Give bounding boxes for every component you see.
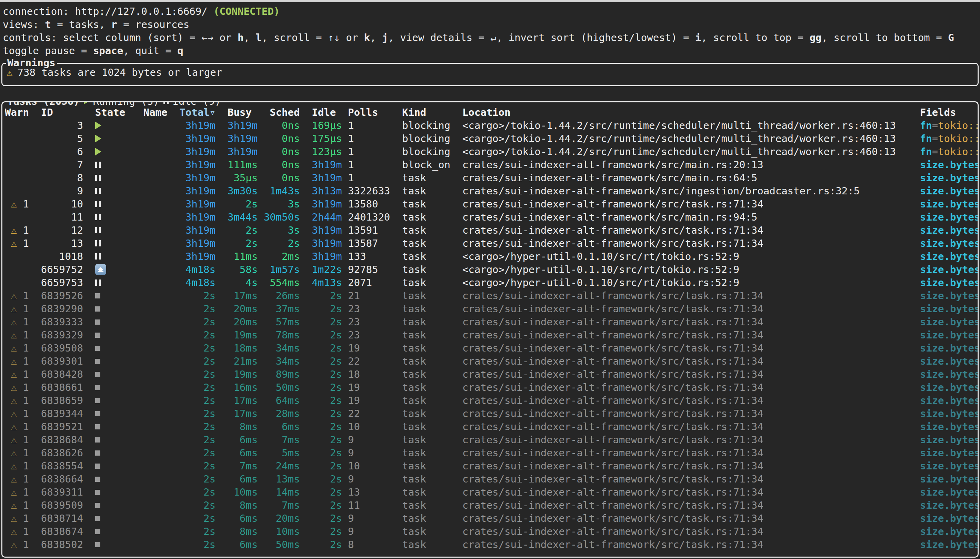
help-text-segment: , (370, 32, 382, 43)
task-row[interactable]: ⚠ 168386612s16ms50ms2s19taskcrates/sui-i… (5, 381, 978, 394)
task-row[interactable]: 83h19m35µs0ns3h19m1taskcrates/sui-indexe… (5, 171, 978, 184)
total-duration: 2s (174, 407, 215, 420)
field-value: tokio::r (938, 146, 978, 157)
task-row[interactable]: ⚠ 168393442s17ms28ms2s22taskcrates/sui-i… (5, 407, 978, 420)
task-id: 12 (41, 224, 83, 237)
task-row[interactable]: 113h19m3m44s30m50s2h44m2401320taskcrates… (5, 210, 978, 224)
idle-duration: 2s (300, 433, 342, 446)
header-kind[interactable]: Kind (402, 106, 462, 119)
task-fields: size.bytes= (920, 433, 978, 446)
task-row[interactable]: ⚠ 168386262s6ms5ms2s9taskcrates/sui-inde… (5, 446, 978, 460)
running-count-label: Running (3) (93, 101, 159, 108)
busy-duration: 17ms (215, 407, 258, 420)
task-kind: task (402, 381, 462, 394)
task-row[interactable]: 66597534m18s4s554ms4m13s2071task<cargo>/… (5, 276, 978, 289)
state-cell (95, 224, 144, 237)
idle-count-label: Idle (9) (173, 101, 221, 108)
task-location: crates/sui-indexer-alt-framework/src/tas… (462, 407, 920, 420)
polls-count: 1 (348, 171, 402, 184)
task-row[interactable]: 63h19m3h19m0ns123µs1blocking<cargo>/toki… (5, 145, 978, 158)
tasks-table-body: 33h19m3h19m0ns169µs1blocking<cargo>/toki… (5, 119, 978, 551)
task-row[interactable]: ⚠ 168395092s8ms7ms2s11taskcrates/sui-ind… (5, 499, 978, 512)
task-row[interactable]: ⚠ 168385542s7ms24ms2s10taskcrates/sui-in… (5, 460, 978, 473)
warning-icon: ⚠ (5, 290, 23, 301)
header-idle[interactable]: Idle (300, 106, 342, 119)
task-fields: size.bytes= (920, 420, 978, 433)
task-id: 6839311 (41, 486, 83, 499)
help-text-segment: G (948, 32, 954, 43)
sched-duration: 0ns (258, 158, 300, 171)
task-location: crates/sui-indexer-alt-framework/src/tas… (462, 538, 920, 551)
polls-count: 9 (348, 473, 402, 486)
task-id: 10 (41, 197, 83, 210)
task-row[interactable]: ⚠ 168393332s20ms57ms2s23taskcrates/sui-i… (5, 315, 978, 328)
task-id: 1018 (41, 250, 83, 263)
task-row[interactable]: ⚠ 168385022s6ms50ms2s8taskcrates/sui-ind… (5, 538, 978, 551)
task-location: crates/sui-indexer-alt-framework/src/tas… (462, 512, 920, 525)
state-cell (95, 184, 144, 197)
task-fields: fn=tokio::r (920, 119, 978, 132)
task-location: crates/sui-indexer-alt-framework/src/tas… (462, 302, 920, 315)
task-row[interactable]: 53h19m3h19m0ns175µs1blocking<cargo>/toki… (5, 132, 978, 145)
task-kind: task (402, 486, 462, 499)
polls-count: 13580 (348, 197, 402, 210)
task-row[interactable]: 73h19m111ms0ns3h19m1block_oncrates/sui-i… (5, 158, 978, 171)
busy-duration: 8ms (215, 420, 258, 433)
task-row[interactable]: ⚠ 168384282s19ms89ms2s18taskcrates/sui-i… (5, 368, 978, 381)
polls-count: 1 (348, 132, 402, 145)
task-row[interactable]: ⚠ 1123h19m2s3s3h19m13591taskcrates/sui-i… (5, 224, 978, 237)
field-key: size.bytes (920, 159, 978, 170)
polls-count: 18 (348, 368, 402, 381)
field-key: size.bytes (920, 198, 978, 210)
task-row[interactable]: 93h19m3m30s1m43s3h13m3322633taskcrates/s… (5, 184, 978, 197)
task-fields: size.bytes= (920, 315, 978, 328)
task-row[interactable]: ⚠ 168387142s6ms20ms2s9taskcrates/sui-ind… (5, 512, 978, 525)
warn-cell: ⚠ 1 (5, 420, 41, 433)
warn-cell: ⚠ 1 (5, 237, 41, 250)
task-row[interactable]: ⚠ 168393292s19ms78ms2s23taskcrates/sui-i… (5, 328, 978, 342)
polls-count: 9 (348, 433, 402, 446)
warning-icon: ⚠ (5, 382, 23, 393)
task-row[interactable]: ⚠ 1103h19m2s3s3h19m13580taskcrates/sui-i… (5, 197, 978, 210)
task-id: 6838502 (41, 538, 83, 551)
task-row[interactable]: ⚠ 168386592s17ms64ms2s19taskcrates/sui-i… (5, 394, 978, 407)
idle-duration: 2s (300, 460, 342, 473)
task-row[interactable]: ⚠ 168386642s6ms13ms2s9taskcrates/sui-ind… (5, 473, 978, 486)
task-row[interactable]: ⚠ 168395082s18ms34ms2s19taskcrates/sui-i… (5, 342, 978, 355)
task-kind: task (402, 512, 462, 525)
task-row[interactable]: 33h19m3h19m0ns169µs1blocking<cargo>/toki… (5, 119, 978, 132)
task-row[interactable]: ⚠ 168395212s8ms6ms2s10taskcrates/sui-ind… (5, 420, 978, 433)
warn-cell: ⚠ 1 (5, 407, 41, 420)
task-kind: task (402, 525, 462, 538)
field-key: size.bytes (920, 434, 978, 446)
header-sched[interactable]: Sched (258, 106, 300, 119)
task-row[interactable]: ⚠ 168386842s6ms7ms2s9taskcrates/sui-inde… (5, 433, 978, 446)
task-kind: task (402, 460, 462, 473)
task-row[interactable]: ⚠ 1133h19m2s2s3h19m13587taskcrates/sui-i… (5, 237, 978, 250)
field-key: size.bytes (920, 185, 978, 197)
warn-cell: ⚠ 1 (5, 512, 41, 525)
task-row[interactable]: ⚠ 168386742s8ms10ms2s9taskcrates/sui-ind… (5, 525, 978, 538)
field-key: size.bytes (920, 408, 978, 419)
header-polls[interactable]: Polls (348, 106, 402, 119)
task-row[interactable]: ⚠ 168393112s10ms14ms2s13taskcrates/sui-i… (5, 486, 978, 499)
warning-icon: ⚠ (5, 539, 23, 551)
state-cell (95, 315, 144, 328)
task-row[interactable]: ⚠ 168392902s20ms37ms2s23taskcrates/sui-i… (5, 302, 978, 315)
state-stopped-icon (95, 538, 144, 551)
task-row[interactable]: 10183h19m11ms2ms3h19m133task<cargo>/hype… (5, 250, 978, 263)
idle-duration: 2s (300, 289, 342, 302)
task-id: 11 (41, 210, 83, 224)
idle-duration: 2s (300, 394, 342, 407)
state-cell (95, 460, 144, 473)
task-row[interactable]: 66597524m18s58s1m57s1m22s92785task<cargo… (5, 263, 978, 276)
warn-cell: ⚠ 1 (5, 433, 41, 446)
sched-duration: 10ms (258, 525, 300, 538)
task-row[interactable]: ⚠ 168395262s17ms26ms2s21taskcrates/sui-i… (5, 289, 978, 302)
header-fields[interactable]: Fields (920, 106, 978, 119)
state-paused-icon (95, 158, 144, 171)
total-duration: 2s (174, 368, 215, 381)
header-location[interactable]: Location (462, 106, 920, 119)
task-fields: size.bytes= (920, 381, 978, 394)
task-row[interactable]: ⚠ 168393012s21ms34ms2s22taskcrates/sui-i… (5, 355, 978, 368)
